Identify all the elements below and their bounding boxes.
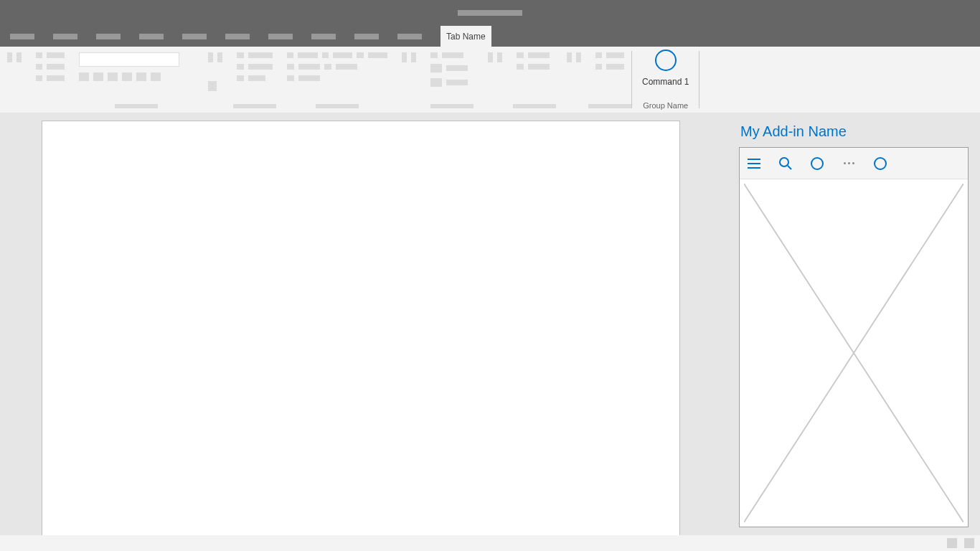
svg-point-0 xyxy=(780,158,788,166)
task-pane-content-placeholder xyxy=(744,184,963,522)
ribbon-group-placeholder xyxy=(588,47,631,113)
title-bar xyxy=(0,0,980,26)
svg-line-1 xyxy=(788,166,791,169)
ribbon-group-placeholder xyxy=(201,47,230,113)
task-pane-toolbar xyxy=(740,148,968,179)
circle-icon[interactable] xyxy=(810,156,824,171)
tab-placeholder[interactable] xyxy=(53,34,77,39)
circle-icon[interactable] xyxy=(873,156,887,171)
status-view-button[interactable] xyxy=(947,538,957,548)
ribbon-group-placeholder xyxy=(230,47,280,113)
ribbon-group-label: Group Name xyxy=(643,101,688,110)
tab-placeholder[interactable] xyxy=(354,34,379,39)
document-canvas[interactable] xyxy=(42,121,680,537)
ribbon-group-placeholder xyxy=(560,47,588,113)
command-1-button[interactable]: Command 1 xyxy=(642,50,689,87)
hamburger-icon[interactable] xyxy=(747,156,761,171)
search-icon[interactable] xyxy=(778,156,793,171)
window-title-placeholder xyxy=(458,10,522,16)
ribbon-group-placeholder xyxy=(29,47,72,113)
ribbon-group-placeholder xyxy=(509,47,560,113)
workspace: My Add-in Name xyxy=(0,113,980,535)
ribbon: Command 1 Group Name xyxy=(0,47,980,113)
command-1-label: Command 1 xyxy=(642,77,689,87)
tab-placeholder[interactable] xyxy=(10,34,34,39)
tab-placeholder[interactable] xyxy=(139,34,164,39)
tab-placeholder[interactable] xyxy=(268,34,293,39)
ribbon-group-placeholder xyxy=(395,47,423,113)
task-pane-body xyxy=(739,147,969,527)
ribbon-group-placeholder xyxy=(280,47,395,113)
task-pane: My Add-in Name xyxy=(739,121,969,527)
ribbon-group-placeholder xyxy=(423,47,481,113)
tab-active-label: Tab Name xyxy=(446,32,486,42)
circle-icon xyxy=(655,50,677,71)
tab-placeholder[interactable] xyxy=(311,34,336,39)
status-bar xyxy=(0,535,980,551)
ribbon-group-command: Command 1 Group Name xyxy=(632,47,699,113)
tab-active[interactable]: Tab Name xyxy=(440,26,491,47)
ribbon-separator xyxy=(699,51,699,108)
tab-placeholder[interactable] xyxy=(225,34,250,39)
task-pane-title: My Add-in Name xyxy=(739,121,969,147)
tab-placeholder[interactable] xyxy=(96,34,121,39)
ribbon-group-placeholder xyxy=(0,47,29,113)
tab-strip: Tab Name xyxy=(0,26,980,47)
ribbon-input-placeholder[interactable] xyxy=(79,52,179,67)
tab-placeholder[interactable] xyxy=(182,34,207,39)
ribbon-group-placeholder xyxy=(481,47,509,113)
more-icon[interactable] xyxy=(842,156,856,171)
status-view-button[interactable] xyxy=(964,538,974,548)
ribbon-group-placeholder xyxy=(72,47,201,113)
tab-placeholder[interactable] xyxy=(397,34,422,39)
